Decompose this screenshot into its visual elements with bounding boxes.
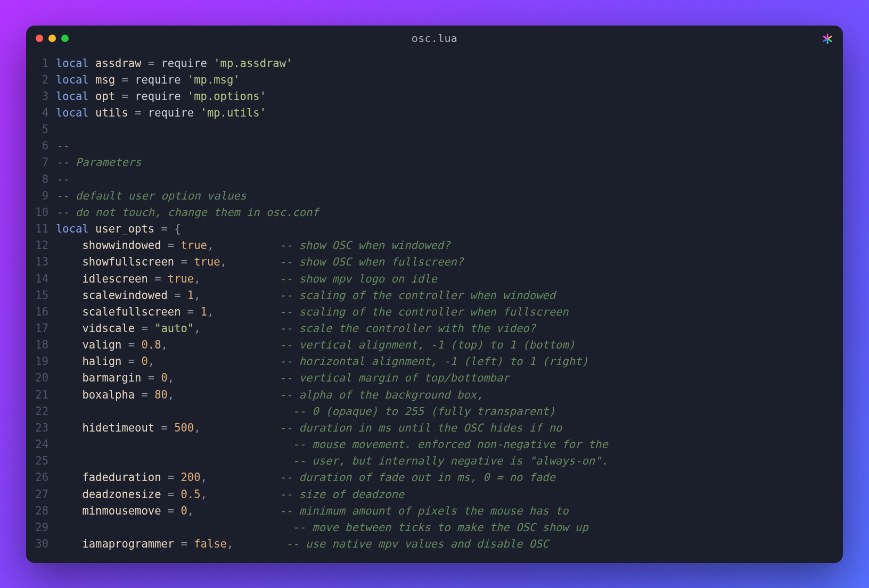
- boolean-literal: true: [168, 272, 194, 285]
- code-line[interactable]: [56, 121, 843, 138]
- line-number: 17: [26, 320, 48, 337]
- number-literal: 200: [181, 471, 201, 484]
- code-line[interactable]: -- user, but internally negative is "alw…: [56, 453, 843, 469]
- line-number: 22: [26, 403, 48, 420]
- function-call: require: [135, 73, 181, 86]
- operator: =: [168, 504, 174, 517]
- code-line[interactable]: -- move between ticks to make the OSC sh…: [56, 519, 843, 536]
- operator: ,: [207, 305, 214, 318]
- operator: ,: [187, 504, 194, 517]
- comment: -- vertical margin of top/bottombar: [280, 371, 510, 384]
- number-literal: 0.5: [181, 488, 201, 501]
- line-number: 5: [26, 121, 48, 138]
- operator: ,: [148, 355, 154, 368]
- line-number: 12: [26, 237, 48, 254]
- line-number: 29: [26, 519, 48, 536]
- line-number: 21: [26, 387, 48, 403]
- string-literal: 'mp.options': [187, 90, 266, 103]
- identifier: showwindowed: [82, 239, 161, 252]
- code-line[interactable]: local utils = require 'mp.utils': [56, 105, 843, 121]
- operator: =: [161, 421, 167, 434]
- identifier: halign: [82, 355, 121, 368]
- comment: -- vertical alignment, -1 (top) to 1 (bo…: [280, 338, 575, 351]
- string-literal: 'mp.msg': [187, 73, 240, 86]
- number-literal: 0: [181, 504, 187, 517]
- number-literal: 1: [187, 289, 194, 302]
- code-line[interactable]: halign = 0, -- horizontal alignment, -1 …: [56, 353, 843, 370]
- operator: ,: [201, 471, 207, 484]
- operator: =: [174, 289, 181, 302]
- operator: ,: [194, 322, 200, 335]
- code-line[interactable]: valign = 0.8, -- vertical alignment, -1 …: [56, 337, 843, 353]
- identifier: deadzonesize: [82, 488, 161, 501]
- code-line[interactable]: -- 0 (opaque) to 255 (fully transparent): [56, 403, 843, 420]
- comment: -- scaling of the controller when fullsc…: [280, 305, 569, 318]
- comment: --: [56, 173, 69, 186]
- code-line[interactable]: --: [56, 138, 843, 154]
- operator: =: [181, 537, 187, 550]
- identifier: showfullscreen: [82, 255, 174, 268]
- operator: ,: [161, 338, 168, 351]
- code-line[interactable]: barmargin = 0, -- vertical margin of top…: [56, 370, 843, 386]
- operator: =: [128, 338, 135, 351]
- operator: ,: [220, 255, 227, 268]
- code-line[interactable]: -- do not touch, change them in osc.conf: [56, 204, 843, 221]
- svg-line-5: [824, 36, 827, 38]
- minimize-button[interactable]: [48, 35, 56, 42]
- line-number: 20: [26, 370, 48, 386]
- code-line[interactable]: local opt = require 'mp.options': [56, 88, 843, 105]
- close-button[interactable]: [36, 35, 43, 42]
- code-line[interactable]: iamaprogrammer = false, -- use native mp…: [56, 536, 843, 552]
- code-line[interactable]: scalefullscreen = 1, -- scaling of the c…: [56, 304, 843, 320]
- code-line[interactable]: boxalpha = 80, -- alpha of the backgroun…: [56, 387, 843, 403]
- comment: -- show OSC when windowed?: [280, 239, 450, 252]
- comment: -- alpha of the background box,: [280, 388, 483, 401]
- code-line[interactable]: minmousemove = 0, -- minimum amount of p…: [56, 503, 843, 519]
- identifier: msg: [95, 73, 115, 86]
- code-line[interactable]: deadzonesize = 0.5, -- size of deadzone: [56, 486, 843, 503]
- comment: -- duration in ms until the OSC hides if…: [280, 421, 562, 434]
- identifier: utils: [95, 106, 128, 119]
- line-number: 4: [26, 105, 48, 121]
- operator: =: [121, 73, 128, 86]
- line-number: 18: [26, 337, 48, 353]
- code-line[interactable]: -- Parameters: [56, 154, 843, 171]
- operator: ,: [194, 421, 200, 434]
- code-line[interactable]: local user_opts = {: [56, 221, 843, 237]
- code-line[interactable]: idlescreen = true, -- show mpv logo on i…: [56, 271, 843, 287]
- line-number: 3: [26, 88, 48, 105]
- number-literal: 0.8: [141, 338, 161, 351]
- code-line[interactable]: fadeduration = 200, -- duration of fade …: [56, 469, 843, 486]
- operator: =: [121, 90, 128, 103]
- comment: -- minimum amount of pixels the mouse ha…: [280, 504, 569, 517]
- code-line[interactable]: showwindowed = true, -- show OSC when wi…: [56, 237, 843, 254]
- line-number-gutter: 1234567891011121314151617181920212223242…: [26, 55, 56, 553]
- code-line[interactable]: -- default user option values: [56, 188, 843, 204]
- operator: =: [154, 272, 161, 285]
- code-line[interactable]: hidetimeout = 500, -- duration in ms unt…: [56, 420, 843, 436]
- app-logo-icon: [822, 33, 833, 45]
- identifier: vidscale: [82, 322, 135, 335]
- number-literal: 1: [201, 305, 207, 318]
- boolean-literal: true: [194, 255, 220, 268]
- code-content[interactable]: local assdraw = require 'mp.assdraw'loca…: [56, 55, 843, 553]
- identifier: scalefullscreen: [82, 305, 181, 318]
- code-line[interactable]: local assdraw = require 'mp.assdraw': [56, 55, 843, 72]
- code-line[interactable]: showfullscreen = true, -- show OSC when …: [56, 254, 843, 270]
- comment: -- user, but internally negative is "alw…: [292, 454, 608, 467]
- operator: =: [181, 255, 187, 268]
- code-line[interactable]: -- mouse movement. enforced non-negative…: [56, 436, 843, 453]
- keyword: local: [56, 222, 89, 235]
- code-line[interactable]: local msg = require 'mp.msg': [56, 72, 843, 88]
- identifier: opt: [95, 90, 115, 103]
- operator: =: [187, 305, 194, 318]
- line-number: 30: [26, 536, 48, 552]
- function-call: require: [135, 90, 181, 103]
- code-editor[interactable]: 1234567891011121314151617181920212223242…: [26, 51, 843, 563]
- function-call: require: [148, 106, 194, 119]
- code-line[interactable]: --: [56, 171, 843, 188]
- maximize-button[interactable]: [61, 35, 69, 42]
- comment: -- horizontal alignment, -1 (left) to 1 …: [280, 355, 588, 368]
- code-line[interactable]: vidscale = "auto", -- scale the controll…: [56, 320, 843, 337]
- code-line[interactable]: scalewindowed = 1, -- scaling of the con…: [56, 287, 843, 304]
